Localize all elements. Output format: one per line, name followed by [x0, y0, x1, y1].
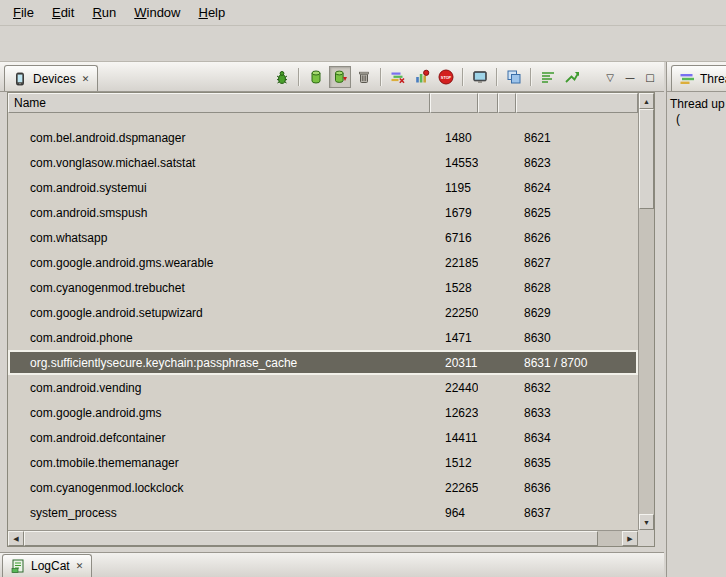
cause-gc-button[interactable]	[353, 66, 375, 88]
threads-tabbar: Threads ✕	[667, 62, 726, 92]
process-pid-cell: 22250	[430, 306, 478, 320]
process-name-cell: com.cyanogenmod.trebuchet	[8, 281, 430, 295]
process-port-cell: 8627	[516, 256, 638, 270]
process-name-cell: com.google.android.setupwizard	[8, 306, 430, 320]
table-row[interactable]: com.tmobile.thememanager 1512 8635	[8, 450, 638, 475]
process-name-cell: com.android.vending	[8, 381, 430, 395]
process-pid-cell: 1471	[430, 331, 478, 345]
logcat-tabbar: LogCat ✕	[0, 552, 664, 577]
window: { "menubar": { "items": ["File", "Edit",…	[0, 0, 726, 577]
table-row[interactable]: com.android.defcontainer 14411 8634	[8, 425, 638, 450]
horizontal-scrollbar-thumb[interactable]	[24, 531, 598, 546]
table-row[interactable]: com.android.phone 1471 8630	[8, 325, 638, 350]
device-icon	[12, 71, 28, 87]
process-name-cell: com.whatsapp	[8, 231, 430, 245]
scroll-down-button[interactable]: ▼	[639, 514, 654, 530]
tab-threads-label: Threads	[700, 72, 726, 86]
table-row[interactable]: com.google.android.gms.wearable 22185 86…	[8, 250, 638, 275]
process-pid-cell: 22185	[430, 256, 478, 270]
dump-hprof-button[interactable]	[329, 66, 351, 88]
table-row[interactable]: com.whatsapp 6716 8626	[8, 225, 638, 250]
vertical-scrollbar-thumb[interactable]	[639, 109, 654, 209]
scroll-left-button[interactable]: ◀	[8, 531, 24, 546]
process-name-cell: com.android.phone	[8, 331, 430, 345]
table-row[interactable]: com.android.vending 22440 8632	[8, 375, 638, 400]
threads-message: Thread up (	[667, 92, 726, 127]
process-port-cell: 8621	[516, 131, 638, 145]
table-row[interactable]: com.vonglasow.michael.satstat 14553 8623	[8, 150, 638, 175]
update-heap-button[interactable]	[305, 66, 327, 88]
table-row[interactable]: com.cyanogenmod.trebuchet 1528 8628	[8, 275, 638, 300]
toolbar-separator	[298, 68, 300, 86]
horizontal-scrollbar-track[interactable]	[598, 531, 622, 546]
process-pid-cell: 22265	[430, 481, 478, 495]
process-port-cell: 8629	[516, 306, 638, 320]
screen-capture-button[interactable]	[469, 66, 491, 88]
table-row[interactable]: com.google.android.gms 12623 8633	[8, 400, 638, 425]
menu-help[interactable]: Help	[189, 1, 234, 24]
process-port-cell: 8630	[516, 331, 638, 345]
table-row[interactable]: com.android.systemui 1195 8624	[8, 175, 638, 200]
devices-tabbar: Devices ✕ STOP	[0, 62, 664, 92]
horizontal-scrollbar[interactable]: ◀ ▶	[8, 530, 638, 546]
process-name-cell: com.google.android.gms	[8, 406, 430, 420]
toolbar-separator	[496, 68, 498, 86]
table-row[interactable]: org.sufficientlysecure.keychain:passphra…	[8, 350, 638, 375]
process-pid-cell: 1679	[430, 206, 478, 220]
vertical-scrollbar[interactable]: ▲ ▼	[638, 93, 654, 530]
column-header-name[interactable]: Name	[8, 93, 430, 113]
process-name-cell: com.android.defcontainer	[8, 431, 430, 445]
close-icon[interactable]: ✕	[75, 561, 85, 571]
scroll-right-button[interactable]: ▶	[622, 531, 638, 546]
process-pid-cell: 1480	[430, 131, 478, 145]
scroll-up-button[interactable]: ▲	[639, 93, 654, 109]
table-row[interactable]: com.google.android.setupwizard 22250 862…	[8, 300, 638, 325]
main-toolbar	[0, 26, 726, 62]
tab-logcat[interactable]: LogCat ✕	[2, 554, 92, 577]
menu-run[interactable]: Run	[83, 1, 125, 24]
scrollbar-corner	[638, 530, 654, 546]
table-row[interactable]: system_process 964 8637	[8, 500, 638, 525]
process-pid-cell: 1512	[430, 456, 478, 470]
opengl-trace-button[interactable]	[561, 66, 583, 88]
tab-devices[interactable]: Devices ✕	[4, 65, 98, 91]
column-header-pid[interactable]	[430, 93, 478, 113]
column-header-port[interactable]	[516, 93, 638, 113]
systrace-button[interactable]	[537, 66, 559, 88]
threads-icon	[679, 71, 695, 87]
column-header-3[interactable]	[478, 93, 498, 113]
process-port-cell: 8633	[516, 406, 638, 420]
process-pid-cell: 14553	[430, 156, 478, 170]
threads-view: Threads ✕ Thread up (	[667, 62, 726, 577]
menu-file[interactable]: File	[4, 1, 43, 24]
view-menu-button[interactable]: ▽	[601, 67, 619, 87]
tab-threads[interactable]: Threads ✕	[671, 65, 726, 91]
process-pid-cell: 6716	[430, 231, 478, 245]
minimize-button[interactable]: —	[621, 67, 639, 87]
process-name-cell: org.sufficientlysecure.keychain:passphra…	[8, 356, 430, 370]
process-name-cell: com.bel.android.dspmanager	[8, 131, 430, 145]
stop-process-button[interactable]: STOP	[435, 66, 457, 88]
table-row[interactable]: com.android.smspush 1679 8625	[8, 200, 638, 225]
column-header-4[interactable]	[498, 93, 516, 113]
method-profiling-button[interactable]	[411, 66, 433, 88]
process-port-cell: 8628	[516, 281, 638, 295]
table-row[interactable]: com.cyanogenmod.lockclock 22265 8636	[8, 475, 638, 500]
process-pid-cell: 20311	[430, 356, 478, 370]
toolbar-separator	[380, 68, 382, 86]
debug-process-button[interactable]	[271, 66, 293, 88]
close-icon[interactable]: ✕	[81, 74, 91, 84]
threads-message-line2: (	[670, 112, 726, 127]
vertical-scrollbar-track[interactable]	[639, 209, 654, 514]
view-hierarchy-button[interactable]	[503, 66, 525, 88]
menu-edit[interactable]: Edit	[43, 1, 83, 24]
process-name-cell: com.tmobile.thememanager	[8, 456, 430, 470]
table-row[interactable]: com.bel.android.dspmanager 1480 8621	[8, 125, 638, 150]
process-pid-cell: 12623	[430, 406, 478, 420]
update-threads-button[interactable]	[387, 66, 409, 88]
table-header: Name	[8, 93, 638, 113]
maximize-button[interactable]: □	[641, 67, 659, 87]
devices-toolbar: STOP ▽ — □	[271, 65, 659, 89]
process-port-cell: 8624	[516, 181, 638, 195]
menu-window[interactable]: Window	[125, 1, 189, 24]
